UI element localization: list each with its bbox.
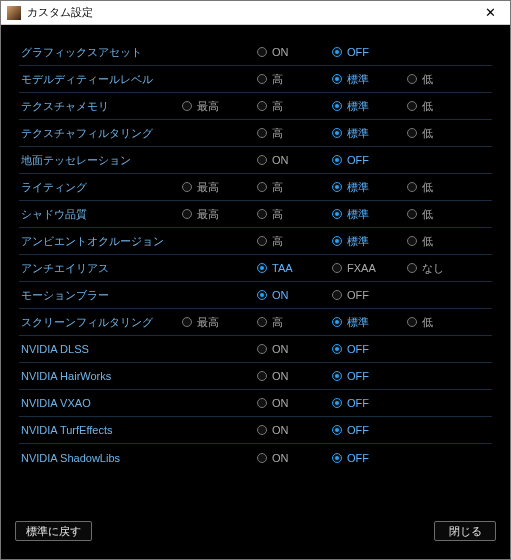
- radio-label: ON: [272, 370, 289, 382]
- window-title: カスタム設定: [27, 5, 476, 20]
- radio-label: OFF: [347, 370, 369, 382]
- settings-row: テクスチャフィルタリング高標準低: [19, 120, 492, 147]
- radio-icon: [407, 236, 417, 246]
- radio-icon: [257, 371, 267, 381]
- radio-label: OFF: [347, 424, 369, 436]
- reset-button[interactable]: 標準に戻す: [15, 521, 92, 541]
- radio-label: 低: [422, 207, 433, 222]
- radio-option[interactable]: なし: [407, 261, 482, 276]
- radio-option[interactable]: 高: [257, 99, 332, 114]
- radio-option[interactable]: 高: [257, 126, 332, 141]
- radio-option[interactable]: FXAA: [332, 262, 407, 274]
- radio-option[interactable]: OFF: [332, 154, 407, 166]
- radio-icon: [332, 344, 342, 354]
- close-button[interactable]: 閉じる: [434, 521, 496, 541]
- radio-option[interactable]: OFF: [332, 46, 407, 58]
- radio-option[interactable]: 低: [407, 180, 482, 195]
- radio-icon: [332, 74, 342, 84]
- radio-icon: [332, 263, 342, 273]
- radio-icon: [257, 263, 267, 273]
- radio-option[interactable]: 標準: [332, 234, 407, 249]
- radio-option[interactable]: ON: [257, 397, 332, 409]
- radio-option[interactable]: ON: [257, 370, 332, 382]
- radio-icon: [257, 398, 267, 408]
- radio-label: ON: [272, 343, 289, 355]
- radio-icon: [182, 182, 192, 192]
- radio-icon: [332, 101, 342, 111]
- radio-option[interactable]: 最高: [182, 99, 257, 114]
- settings-row: モデルディティールレベル高標準低: [19, 66, 492, 93]
- radio-option[interactable]: OFF: [332, 370, 407, 382]
- radio-label: TAA: [272, 262, 293, 274]
- row-label: アンビエントオクルージョン: [19, 234, 182, 249]
- radio-option[interactable]: ON: [257, 343, 332, 355]
- radio-option[interactable]: 標準: [332, 126, 407, 141]
- radio-option[interactable]: 低: [407, 234, 482, 249]
- radio-option[interactable]: ON: [257, 424, 332, 436]
- radio-label: 低: [422, 126, 433, 141]
- radio-option[interactable]: 標準: [332, 207, 407, 222]
- radio-option[interactable]: 最高: [182, 180, 257, 195]
- radio-label: 標準: [347, 126, 369, 141]
- radio-option[interactable]: OFF: [332, 397, 407, 409]
- radio-label: 標準: [347, 234, 369, 249]
- radio-option[interactable]: 低: [407, 207, 482, 222]
- radio-icon: [182, 209, 192, 219]
- radio-label: OFF: [347, 452, 369, 464]
- row-label: NVIDIA ShadowLibs: [19, 452, 182, 464]
- radio-icon: [332, 47, 342, 57]
- radio-label: ON: [272, 452, 289, 464]
- row-label: シャドウ品質: [19, 207, 182, 222]
- radio-label: 高: [272, 207, 283, 222]
- radio-option[interactable]: 低: [407, 126, 482, 141]
- radio-option[interactable]: ON: [257, 154, 332, 166]
- radio-icon: [332, 425, 342, 435]
- radio-option[interactable]: 高: [257, 234, 332, 249]
- radio-option[interactable]: 高: [257, 315, 332, 330]
- radio-icon: [407, 74, 417, 84]
- radio-label: OFF: [347, 154, 369, 166]
- radio-option[interactable]: 標準: [332, 180, 407, 195]
- radio-option[interactable]: 標準: [332, 99, 407, 114]
- radio-icon: [257, 453, 267, 463]
- radio-option[interactable]: 最高: [182, 315, 257, 330]
- radio-option[interactable]: ON: [257, 289, 332, 301]
- radio-icon: [257, 317, 267, 327]
- settings-window: カスタム設定 ✕ グラフィックスアセットONOFFモデルディティールレベル高標準…: [0, 0, 511, 560]
- radio-option[interactable]: ON: [257, 452, 332, 464]
- radio-option[interactable]: ON: [257, 46, 332, 58]
- radio-label: 標準: [347, 72, 369, 87]
- row-label: ライティング: [19, 180, 182, 195]
- radio-option[interactable]: OFF: [332, 452, 407, 464]
- radio-option[interactable]: 高: [257, 72, 332, 87]
- radio-icon: [332, 398, 342, 408]
- radio-option[interactable]: 低: [407, 315, 482, 330]
- radio-label: OFF: [347, 397, 369, 409]
- radio-option[interactable]: 標準: [332, 72, 407, 87]
- radio-option[interactable]: 高: [257, 180, 332, 195]
- radio-option[interactable]: OFF: [332, 289, 407, 301]
- radio-option[interactable]: 低: [407, 99, 482, 114]
- radio-label: 高: [272, 99, 283, 114]
- radio-icon: [182, 101, 192, 111]
- close-icon[interactable]: ✕: [476, 3, 504, 23]
- radio-icon: [332, 128, 342, 138]
- radio-label: 標準: [347, 315, 369, 330]
- radio-label: 最高: [197, 180, 219, 195]
- row-label: NVIDIA DLSS: [19, 343, 182, 355]
- radio-label: FXAA: [347, 262, 376, 274]
- radio-option[interactable]: TAA: [257, 262, 332, 274]
- radio-option[interactable]: 高: [257, 207, 332, 222]
- radio-option[interactable]: 標準: [332, 315, 407, 330]
- radio-label: ON: [272, 46, 289, 58]
- radio-option[interactable]: 最高: [182, 207, 257, 222]
- radio-option[interactable]: 低: [407, 72, 482, 87]
- settings-list: グラフィックスアセットONOFFモデルディティールレベル高標準低テクスチャメモリ…: [9, 33, 502, 515]
- settings-row: 地面テッセレーションONOFF: [19, 147, 492, 174]
- radio-option[interactable]: OFF: [332, 343, 407, 355]
- settings-row: NVIDIA ShadowLibsONOFF: [19, 444, 492, 471]
- footer: 標準に戻す 閉じる: [9, 515, 502, 551]
- radio-icon: [257, 128, 267, 138]
- radio-option[interactable]: OFF: [332, 424, 407, 436]
- radio-label: 高: [272, 72, 283, 87]
